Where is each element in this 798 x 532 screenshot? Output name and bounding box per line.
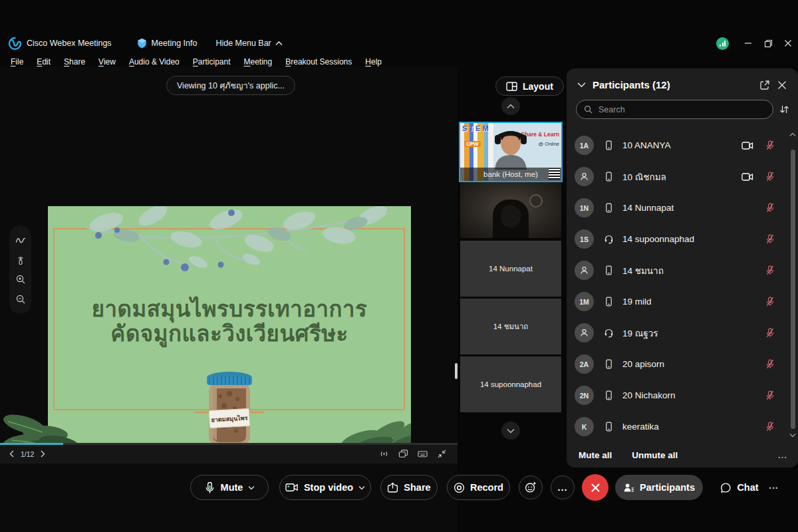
phone-icon <box>604 390 614 400</box>
leave-meeting-button[interactable] <box>582 474 608 501</box>
mic-muted-icon[interactable] <box>765 359 775 369</box>
audio-broadcast-icon[interactable] <box>379 449 389 459</box>
restore-button[interactable] <box>758 36 778 51</box>
slide-title-line1: ยาดมสมุนไพรบรรเทาอาการ <box>48 297 411 321</box>
remote-control-icon[interactable] <box>15 255 26 265</box>
avatar-initials: 1A <box>575 136 594 155</box>
video-tile-placeholder[interactable]: 14 supoonnaphad <box>460 356 561 412</box>
menu-item-view[interactable]: View <box>92 57 122 66</box>
viewing-status-pill: Viewing 10 ศุภัชญา's applic... <box>166 76 295 95</box>
annotate-pen-icon[interactable] <box>15 235 26 245</box>
menu-item-participant[interactable]: Participant <box>186 57 237 66</box>
avatar-initials: 1S <box>575 229 594 249</box>
chevron-up-icon <box>275 41 283 46</box>
mic-muted-icon[interactable] <box>765 172 775 182</box>
mic-muted-icon[interactable] <box>765 265 775 275</box>
hide-menu-bar-button[interactable]: Hide Menu Bar <box>215 39 282 48</box>
participant-row[interactable]: Kkeeratika <box>567 411 789 442</box>
participants-panel-title: Participants (12) <box>593 79 753 90</box>
reactions-button[interactable] <box>519 475 543 499</box>
more-options-button[interactable]: ... <box>551 475 575 499</box>
headset-icon <box>604 328 614 338</box>
tile-label: 14 Nunnapat <box>460 265 561 273</box>
windows-stack-icon[interactable] <box>398 449 408 459</box>
filmstrip-resize-handle[interactable] <box>455 363 458 379</box>
avatar-initials: 2A <box>575 354 594 374</box>
participant-search-box[interactable] <box>576 100 773 119</box>
mic-muted-icon[interactable] <box>765 422 775 432</box>
participant-row[interactable]: 1N14 Nunnapat <box>567 192 789 223</box>
unmute-all-button[interactable]: Unmute all <box>632 450 678 460</box>
stop-video-button[interactable]: Stop video <box>279 475 371 500</box>
phone-icon <box>604 203 614 213</box>
tile-label: 14 supoonnaphad <box>460 380 561 388</box>
scrollbar-down-arrow[interactable] <box>789 433 796 438</box>
record-icon <box>454 482 465 493</box>
layout-button[interactable]: Layout <box>495 76 564 96</box>
participant-name: 19 ณฐวร <box>622 326 658 340</box>
participants-more-options-button[interactable]: ... <box>778 450 787 460</box>
share-button[interactable]: Share <box>380 475 438 500</box>
participant-row[interactable]: 1M19 mild <box>567 286 789 317</box>
record-button[interactable]: Record <box>447 475 510 500</box>
mic-muted-icon[interactable] <box>765 328 775 338</box>
participants-list: 1A10 ANANYA10 ณิชกมล1N14 Nunnapat1S14 su… <box>567 130 789 442</box>
avatar-initials: 2N <box>575 386 594 405</box>
sort-participants-icon[interactable] <box>779 104 790 115</box>
menu-item-audio-video[interactable]: Audio & Video <box>122 57 186 66</box>
participants-toggle-button[interactable]: Participants <box>615 475 703 500</box>
collapse-view-icon[interactable] <box>437 449 447 459</box>
video-tile-placeholder[interactable]: 14 ชมนาถ <box>460 299 561 354</box>
keyboard-icon[interactable] <box>418 449 428 459</box>
mute-options-chevron-icon[interactable] <box>248 485 255 490</box>
participant-row[interactable]: 1S14 supoonnaphad <box>567 223 789 255</box>
mute-button[interactable]: Mute <box>190 475 269 500</box>
mic-muted-icon[interactable] <box>765 234 775 244</box>
next-slide-button[interactable] <box>41 450 45 458</box>
hide-menu-bar-label: Hide Menu Bar <box>215 39 271 48</box>
meeting-info-button[interactable]: Meeting Info <box>137 38 198 49</box>
phone-icon <box>604 172 614 182</box>
menu-item-file[interactable]: File <box>4 57 30 66</box>
video-tile-webcam[interactable] <box>460 182 561 238</box>
zoom-in-icon[interactable] <box>15 274 26 285</box>
menu-item-meeting[interactable]: Meeting <box>237 57 279 66</box>
panel-collapse-chevron-icon[interactable] <box>577 80 586 89</box>
mic-muted-icon[interactable] <box>765 140 775 150</box>
scrollbar-up-arrow[interactable] <box>789 132 796 137</box>
participant-row[interactable]: 2N20 Nichakorn <box>567 380 789 411</box>
menu-item-breakout-sessions[interactable]: Breakout Sessions <box>279 57 358 66</box>
mic-muted-icon[interactable] <box>765 203 775 213</box>
minimize-button[interactable] <box>738 36 758 51</box>
mute-all-button[interactable]: Mute all <box>579 450 612 460</box>
webex-logo-icon <box>8 37 22 51</box>
connection-quality-icon[interactable] <box>716 37 729 50</box>
menu-item-edit[interactable]: Edit <box>30 57 57 66</box>
pop-out-panel-icon[interactable] <box>759 80 770 90</box>
slide-title: ยาดมสมุนไพรบรรเทาอาการ คัดจมูกและวิงเวีย… <box>48 297 411 346</box>
participant-row[interactable]: 19 ณฐวร <box>567 317 789 348</box>
participant-row[interactable]: 1A10 ANANYA <box>567 130 789 161</box>
filmstrip-scroll-up-button[interactable] <box>501 97 520 115</box>
close-panel-icon[interactable] <box>777 80 787 90</box>
participant-row[interactable]: 2A20 apisorn <box>567 348 789 380</box>
menu-item-share[interactable]: Share <box>57 57 92 66</box>
search-input[interactable] <box>597 104 765 115</box>
participants-scrollbar[interactable] <box>791 150 795 429</box>
zoom-out-icon[interactable] <box>15 294 26 305</box>
mic-muted-icon[interactable] <box>765 390 775 400</box>
more-panels-button[interactable]: ... <box>769 480 779 491</box>
mic-muted-icon[interactable] <box>765 297 775 307</box>
slide-title-line2: คัดจมูกและวิงเวียนศรีษะ <box>48 321 411 346</box>
filmstrip-scroll-down-button[interactable] <box>501 422 520 440</box>
participant-row[interactable]: 14 ชมนาถ <box>567 255 789 286</box>
menu-item-help[interactable]: Help <box>358 57 388 66</box>
video-tile-placeholder[interactable]: 14 Nunnapat <box>460 241 561 297</box>
previous-slide-button[interactable] <box>9 450 14 458</box>
participant-row[interactable]: 10 ณิชกมล <box>567 161 789 192</box>
close-window-button[interactable] <box>778 36 798 51</box>
participant-name: 10 ANANYA <box>622 140 671 150</box>
video-tile-active-speaker[interactable]: STEM CPW Share & Learn @ Online bank (Ho… <box>459 122 563 182</box>
chat-toggle-button[interactable]: Chat <box>713 475 766 500</box>
video-options-chevron-icon[interactable] <box>358 485 365 490</box>
